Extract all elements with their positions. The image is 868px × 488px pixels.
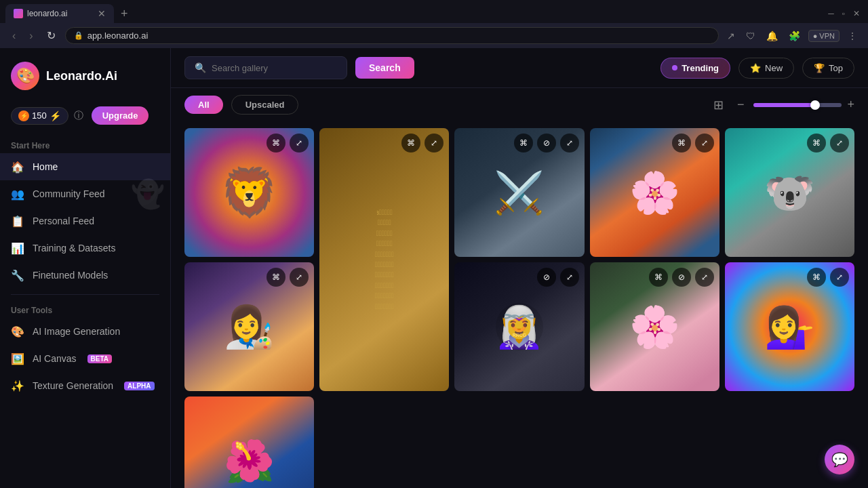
refresh-button[interactable]: ↻ xyxy=(43,28,60,43)
item-6-expand-btn[interactable]: ⤢ xyxy=(290,268,309,287)
item-4-expand-btn[interactable]: ⤢ xyxy=(695,134,714,152)
vpn-badge: ● VPN xyxy=(808,30,840,42)
item-1-overlay: ⌘ ⤢ xyxy=(267,134,309,152)
item-5-overlay: ⌘ ⤢ xyxy=(807,134,849,152)
main-content: 🔍 Search Trending ⭐ New 🏆 Top All Upscal… xyxy=(171,48,868,488)
top-button[interactable]: 🏆 Top xyxy=(802,58,854,79)
item-2-overlay: ⌘ ⤢ xyxy=(401,134,443,152)
item-3-slash-btn[interactable]: ⊘ xyxy=(537,134,556,152)
gallery-item-7[interactable]: 🧝‍♀️ ⊘ ⤢ ⭕ RRCG xyxy=(454,262,584,391)
item-2-cmd-btn[interactable]: ⌘ xyxy=(401,134,420,152)
sidebar-item-texture-label: Texture Generation xyxy=(33,380,113,391)
chat-fab-button[interactable]: 💬 xyxy=(825,445,854,474)
item-1-expand-btn[interactable]: ⤢ xyxy=(290,134,309,152)
browser-chrome: leonardo.ai ✕ + ─ ▫ ✕ ‹ › ↻ 🔒 app.leonar… xyxy=(0,0,868,48)
item-6-cmd-btn[interactable]: ⌘ xyxy=(267,268,285,287)
top-icon: 🏆 xyxy=(814,63,825,73)
beta-badge: BETA xyxy=(87,354,112,363)
zoom-slider-container[interactable] xyxy=(753,103,842,107)
sidebar-divider xyxy=(11,294,159,295)
trending-button[interactable]: Trending xyxy=(660,58,730,79)
address-bar[interactable]: 🔒 app.leonardo.ai xyxy=(65,27,719,44)
upscaled-filter-button[interactable]: Upscaled xyxy=(231,95,299,115)
item-9-expand-btn[interactable]: ⤢ xyxy=(830,268,849,287)
sidebar-item-training[interactable]: 📊 Training & Datasets xyxy=(0,235,170,262)
item-9-cmd-btn[interactable]: ⌘ xyxy=(807,268,826,287)
menu-icon[interactable]: ⋮ xyxy=(845,29,860,43)
sidebar-item-community-label: Community Feed xyxy=(33,188,105,199)
extensions-icon[interactable]: 🧩 xyxy=(786,29,803,43)
new-tab-button[interactable]: + xyxy=(117,7,132,21)
sidebar-item-community-feed[interactable]: 👥 Community Feed 👻 xyxy=(0,180,170,207)
sidebar-item-personal-label: Personal Feed xyxy=(33,216,94,226)
item-3-expand-btn[interactable]: ⤢ xyxy=(560,134,579,152)
trending-label: Trending xyxy=(682,63,719,73)
item-2-expand-btn[interactable]: ⤢ xyxy=(425,134,443,152)
item-3-cmd-btn[interactable]: ⌘ xyxy=(514,134,533,152)
gallery-item-3[interactable]: ⚔️ ⌘ ⊘ ⤢ xyxy=(454,128,584,257)
sidebar-item-finetuned[interactable]: 🔧 Finetuned Models xyxy=(0,262,170,289)
gallery-item-1[interactable]: 🦁 ⌘ ⤢ xyxy=(184,128,314,257)
gallery-item-9[interactable]: 💁‍♀️ ⌘ ⤢ xyxy=(725,262,854,391)
top-label: Top xyxy=(829,63,843,73)
gallery-item-5[interactable]: 🐨 ⌘ ⤢ xyxy=(725,128,854,257)
search-button[interactable]: Search xyxy=(355,57,414,79)
credits-info-icon[interactable]: ⓘ xyxy=(74,110,83,122)
item-7-slash-btn[interactable]: ⊘ xyxy=(537,268,556,287)
item-7-expand-btn[interactable]: ⤢ xyxy=(560,268,579,287)
url-display: app.leonardo.ai xyxy=(87,30,149,41)
item-4-cmd-btn[interactable]: ⌘ xyxy=(672,134,691,152)
new-icon: ⭐ xyxy=(750,63,761,73)
sidebar-item-texture[interactable]: ✨ Texture Generation ALPHA xyxy=(0,372,170,399)
top-bar: 🔍 Search Trending ⭐ New 🏆 Top xyxy=(171,48,868,88)
item-8-cmd-btn[interactable]: ⌘ xyxy=(649,268,668,287)
maximize-icon[interactable]: ▫ xyxy=(840,9,848,18)
sidebar-item-canvas[interactable]: 🖼️ AI Canvas BETA xyxy=(0,345,170,372)
texture-icon: ✨ xyxy=(11,379,24,392)
minimize-icon[interactable]: ─ xyxy=(825,9,837,18)
alert-icon[interactable]: 🔔 xyxy=(764,29,781,43)
sidebar-item-home-label: Home xyxy=(33,161,58,172)
upgrade-button[interactable]: Upgrade xyxy=(92,106,149,125)
alpha-badge: ALPHA xyxy=(124,382,154,390)
gallery-item-4[interactable]: 🌸 ⌘ ⤢ xyxy=(590,128,719,257)
gallery-item-10[interactable]: 🌺 xyxy=(184,396,314,488)
training-icon: 📊 xyxy=(11,241,24,255)
search-input[interactable] xyxy=(212,63,320,73)
tab-close-button[interactable]: ✕ xyxy=(98,8,106,19)
browser-tab-active[interactable]: leonardo.ai ✕ xyxy=(5,4,114,23)
browser-nav: ‹ › ↻ 🔒 app.leonardo.ai ↗ 🛡 🔔 🧩 ● VPN ⋮ xyxy=(0,23,868,48)
zoom-out-button[interactable]: − xyxy=(733,96,749,113)
sidebar-item-home[interactable]: 🏠 Home xyxy=(0,153,170,180)
shield-icon[interactable]: 🛡 xyxy=(743,29,758,43)
item-8-expand-btn[interactable]: ⤢ xyxy=(695,268,714,287)
item-5-expand-btn[interactable]: ⤢ xyxy=(830,134,849,152)
browser-tabs: leonardo.ai ✕ + ─ ▫ ✕ xyxy=(0,0,868,23)
canvas-icon: 🖼️ xyxy=(11,352,24,365)
gallery-item-2[interactable]: ꜣ𓃀𓇋𓆑𓃀𓇋𓂸𓃐𓇋𓆑𓃀𓂸𓃐𓇋𓆑𓃀𓇋𓃀𓇋𓆑𓃀𓇋𓂸𓃐𓇋𓆑𓃀𓇋𓂸𓃐𓇋𓆑𓃀𓇋𓂸𓃐𓇋𓆑𓃀𓇋… xyxy=(319,128,449,391)
item-5-cmd-btn[interactable]: ⌘ xyxy=(807,134,826,152)
sidebar-item-canvas-label: AI Canvas xyxy=(33,353,77,364)
gallery-grid: 🦁 ⌘ ⤢ ꜣ𓃀𓇋𓆑𓃀𓇋𓂸𓃐𓇋𓆑𓃀𓂸𓃐𓇋𓆑𓃀𓇋𓃀𓇋𓆑𓃀𓇋𓂸𓃐𓇋𓆑𓃀𓇋𓂸𓃐𓇋𓆑𓃀𓇋… xyxy=(171,121,868,488)
grid-view-button[interactable]: ⊞ xyxy=(709,96,728,114)
new-button[interactable]: ⭐ New xyxy=(738,58,794,79)
trending-dot xyxy=(672,65,677,70)
back-button[interactable]: ‹ xyxy=(8,28,20,43)
zoom-slider[interactable] xyxy=(753,103,842,107)
gallery-item-6[interactable]: 👩‍🎨 ⌘ ⤢ xyxy=(184,262,314,391)
gallery-item-8[interactable]: 🌸 ⌘ ⊘ ⤢ xyxy=(590,262,719,391)
zoom-in-button[interactable]: + xyxy=(847,98,854,112)
search-box[interactable]: 🔍 xyxy=(184,56,347,79)
all-filter-button[interactable]: All xyxy=(184,96,223,114)
zoom-thumb xyxy=(810,100,820,110)
forward-button[interactable]: › xyxy=(25,28,37,43)
item-6-overlay: ⌘ ⤢ xyxy=(267,268,309,287)
browser-nav-right: ↗ 🛡 🔔 🧩 ● VPN ⋮ xyxy=(724,29,860,43)
app-container: 🎨 Leonardo.Ai ⚡ 150 ⚡ ⓘ Upgrade Start He… xyxy=(0,48,868,488)
close-window-icon[interactable]: ✕ xyxy=(850,9,863,18)
sidebar-item-image-gen[interactable]: 🎨 AI Image Generation xyxy=(0,318,170,345)
item-1-cmd-btn[interactable]: ⌘ xyxy=(267,134,285,152)
share-icon[interactable]: ↗ xyxy=(724,29,738,43)
item-8-slash-btn[interactable]: ⊘ xyxy=(672,268,691,287)
sidebar-item-personal-feed[interactable]: 📋 Personal Feed xyxy=(0,207,170,235)
